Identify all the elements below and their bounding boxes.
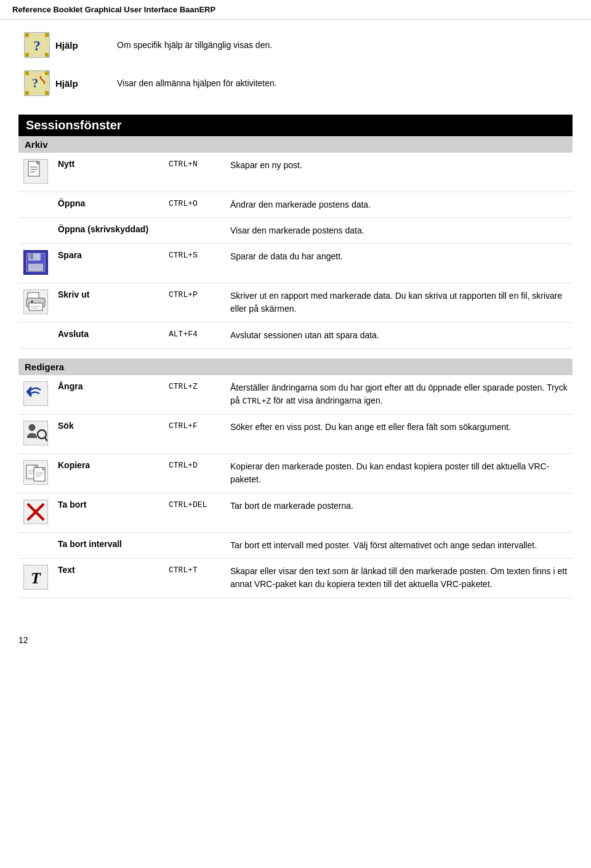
redigera-section-header: Redigera xyxy=(18,359,573,375)
svg-rect-6 xyxy=(45,53,49,57)
spara-icon-cell xyxy=(18,244,53,283)
angra-desc: Återställer ändringarna som du har gjort… xyxy=(225,375,573,415)
page-footer: 12 xyxy=(0,635,591,657)
svg-point-40 xyxy=(29,424,35,431)
table-row: Ta bort intervall Tar bort ett intervall… xyxy=(18,533,573,559)
avsluta-shortcut: ALT+F4 xyxy=(164,323,225,349)
table-row: Öppna CTRL+O Ändrar den markerade posten… xyxy=(18,192,573,218)
table-row: Ta bort CTRL+DEL Tar bort de markerade p… xyxy=(18,493,573,533)
search-icon xyxy=(23,421,48,445)
nytt-label: Nytt xyxy=(53,153,164,192)
ta-bort-shortcut: CTRL+DEL xyxy=(164,493,225,533)
page-content: ? Hjälp Om specifik hjälp är tillgänglig… xyxy=(0,20,591,623)
help-question-icon: ? xyxy=(24,32,50,58)
save-icon xyxy=(23,250,48,275)
skriv-ut-icon-cell xyxy=(18,283,53,323)
help-desc-2: Visar den allmänna hjälpen för aktivitet… xyxy=(117,77,573,90)
help-item-1: ? Hjälp Om specifik hjälp är tillgänglig… xyxy=(18,32,573,58)
table-row: T Text CTRL+T Skapar eller visar den tex… xyxy=(18,559,573,598)
oppna-skrivskyddad-shortcut xyxy=(164,218,225,244)
help-item-2: ? Hjälp Visar den allmänna hjälpen för a… xyxy=(18,70,573,96)
help-label-1: Hjälp xyxy=(55,40,117,51)
help-icon-cell-1: ? xyxy=(18,32,55,58)
oppna-skrivskyddad-label: Öppna (skrivskyddad) xyxy=(53,218,164,244)
angra-icon-cell xyxy=(18,375,53,415)
spara-shortcut: CTRL+S xyxy=(164,244,225,283)
skriv-ut-desc: Skriver ut en rapport med markerade data… xyxy=(225,283,573,323)
nytt-desc: Skapar en ny post. xyxy=(225,153,573,192)
text-icon: T xyxy=(23,565,48,590)
avsluta-label: Avsluta xyxy=(53,323,164,349)
svg-text:?: ? xyxy=(33,38,41,54)
angra-shortcut: CTRL+Z xyxy=(164,375,225,415)
svg-rect-3 xyxy=(25,33,29,37)
table-row: Skriv ut CTRL+P Skriver ut en rapport me… xyxy=(18,283,573,323)
help-icon-cell-2: ? xyxy=(18,70,55,96)
ta-bort-intervall-shortcut xyxy=(164,533,225,559)
svg-rect-15 xyxy=(25,91,29,95)
kopiera-icon-cell xyxy=(18,454,53,493)
redigera-table: Ångra CTRL+Z Återställer ändringarna som… xyxy=(18,375,573,598)
help-section: ? Hjälp Om specifik hjälp är tillgänglig… xyxy=(18,32,573,96)
skriv-ut-label: Skriv ut xyxy=(53,283,164,323)
help-label-2: Hjälp xyxy=(55,78,117,89)
svg-text:?: ? xyxy=(32,76,38,90)
text-icon-cell: T xyxy=(18,559,53,598)
page-number: 12 xyxy=(18,635,28,645)
undo-icon xyxy=(23,381,48,406)
ta-bort-desc: Tar bort de markerade posterna. xyxy=(225,493,573,533)
svg-text:T: T xyxy=(31,569,41,587)
copy-icon xyxy=(23,460,48,485)
ta-bort-intervall-desc: Tar bort ett intervall med poster. Välj … xyxy=(225,533,573,559)
spara-label: Spara xyxy=(53,244,164,283)
kopiera-shortcut: CTRL+D xyxy=(164,454,225,493)
page-header-title: Reference Booklet Graphical User Interfa… xyxy=(12,5,215,14)
oppna-label: Öppna xyxy=(53,192,164,218)
oppna-skrivskyddad-desc: Visar den markerade postens data. xyxy=(225,218,573,244)
text-shortcut: CTRL+T xyxy=(164,559,225,598)
table-row: Kopiera CTRL+D Kopierar den markerade po… xyxy=(18,454,573,493)
sok-icon-cell xyxy=(18,415,53,454)
ta-bort-label: Ta bort xyxy=(53,493,164,533)
delete-icon xyxy=(23,500,48,524)
kopiera-label: Kopiera xyxy=(53,454,164,493)
ta-bort-intervall-icon-cell xyxy=(18,533,53,559)
session-section-header: Sessionsfönster xyxy=(18,115,573,136)
avsluta-icon-cell xyxy=(18,323,53,349)
spara-desc: Sparar de data du har angett. xyxy=(225,244,573,283)
svg-rect-37 xyxy=(23,381,48,406)
help-desc-1: Om specifik hjälp är tillgänglig visas d… xyxy=(117,39,573,52)
svg-rect-5 xyxy=(25,53,29,57)
arkiv-table: Nytt CTRL+N Skapar en ny post. Öppna CTR… xyxy=(18,153,573,349)
svg-rect-26 xyxy=(30,253,33,259)
svg-rect-13 xyxy=(25,71,29,75)
svg-rect-4 xyxy=(45,33,49,37)
avsluta-desc: Avslutar sessionen utan att spara data. xyxy=(225,323,573,349)
oppna-shortcut: CTRL+O xyxy=(164,192,225,218)
svg-rect-34 xyxy=(31,301,33,302)
oppna-skrivskyddad-icon-cell xyxy=(18,218,53,244)
text-desc: Skapar eller visar den text som är länka… xyxy=(225,559,573,598)
svg-rect-16 xyxy=(45,91,49,95)
skriv-ut-shortcut: CTRL+P xyxy=(164,283,225,323)
svg-rect-33 xyxy=(29,303,42,310)
svg-line-12 xyxy=(44,83,45,84)
oppna-desc: Ändrar den markerade postens data. xyxy=(225,192,573,218)
svg-rect-14 xyxy=(45,71,49,75)
nytt-shortcut: CTRL+N xyxy=(164,153,225,192)
angra-label: Ångra xyxy=(53,375,164,415)
arkiv-section-header: Arkiv xyxy=(18,136,573,153)
sok-shortcut: CTRL+F xyxy=(164,415,225,454)
new-icon xyxy=(23,159,48,184)
text-label: Text xyxy=(53,559,164,598)
table-row: Spara CTRL+S Sparar de data du har anget… xyxy=(18,244,573,283)
table-row: Ångra CTRL+Z Återställer ändringarna som… xyxy=(18,375,573,415)
nytt-icon-cell xyxy=(18,153,53,192)
page-header: Reference Booklet Graphical User Interfa… xyxy=(0,0,591,20)
table-row: Avsluta ALT+F4 Avslutar sessionen utan a… xyxy=(18,323,573,349)
table-row: Öppna (skrivskyddad) Visar den markerade… xyxy=(18,218,573,244)
kopiera-desc: Kopierar den markerade posten. Du kan en… xyxy=(225,454,573,493)
help-general-icon: ? xyxy=(24,70,50,96)
sok-desc: Söker efter en viss post. Du kan ange et… xyxy=(225,415,573,454)
oppna-icon-cell xyxy=(18,192,53,218)
